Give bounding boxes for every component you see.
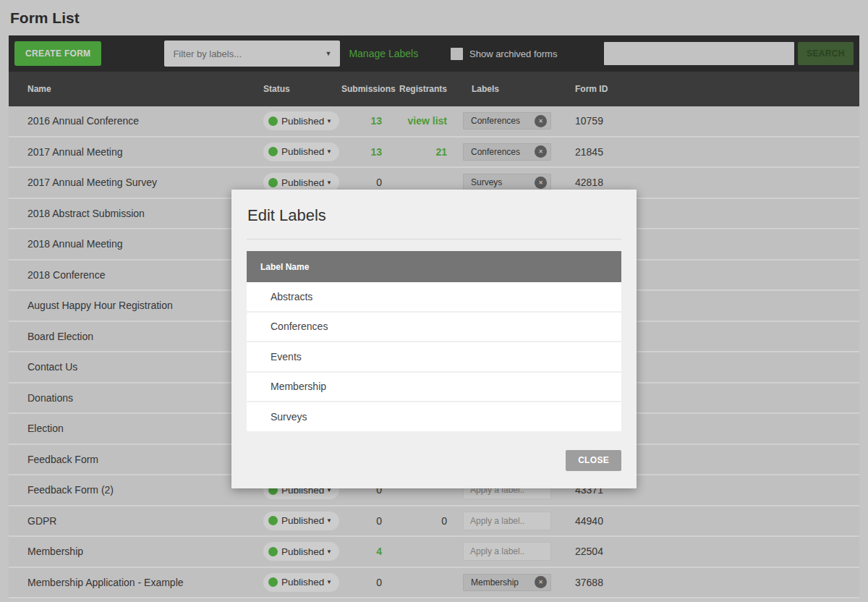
label-row[interactable]: Membership (247, 373, 621, 403)
label-list: AbstractsConferencesEventsMembershipSurv… (247, 282, 621, 433)
label-row[interactable]: Conferences (247, 313, 621, 343)
edit-labels-modal: Edit Labels Label Name AbstractsConferen… (231, 190, 637, 488)
label-row[interactable]: Abstracts (247, 282, 621, 313)
modal-title: Edit Labels (231, 190, 637, 239)
label-name-column-header: Label Name (247, 251, 621, 282)
close-button[interactable]: CLOSE (566, 450, 621, 471)
label-row[interactable]: Surveys (247, 402, 621, 433)
label-row[interactable]: Events (247, 342, 621, 373)
modal-divider (247, 239, 621, 239)
